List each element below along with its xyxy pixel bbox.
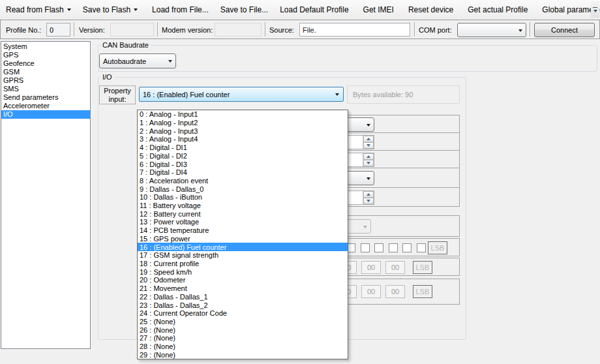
sidebar-item-geofence[interactable]: Geofence xyxy=(1,59,90,68)
menu-reset-device[interactable]: Reset device xyxy=(402,0,459,19)
bit-checkbox[interactable] xyxy=(374,243,383,252)
menu-read-from-flash[interactable]: Read from Flash xyxy=(0,0,77,19)
menu-load-from-file[interactable]: Load from File... xyxy=(146,0,215,19)
dropdown-option[interactable]: 27 : (None) xyxy=(138,334,348,342)
dropdown-option[interactable]: 29 : (None) xyxy=(138,350,348,359)
dropdown-option[interactable]: 24 : Current Operator Code xyxy=(138,309,348,318)
byte-field[interactable]: 00 xyxy=(385,261,405,274)
menu-save-to-flash[interactable]: Save to Flash xyxy=(77,0,143,19)
spinner-buttons xyxy=(363,136,374,149)
menu-load-from-file-label: Load from File... xyxy=(152,5,209,14)
chevron-down-icon xyxy=(165,59,175,63)
profile-no-label: Profile No.: xyxy=(6,26,41,34)
dropdown-option[interactable]: 19 : Speed km/h xyxy=(138,267,348,276)
section-list: System GPS Geofence GSM GPRS SMS Send pa… xyxy=(1,41,91,349)
bit-checkbox[interactable] xyxy=(361,243,370,252)
sidebar-item-io[interactable]: I/O xyxy=(1,110,90,119)
dropdown-option[interactable]: 28 : (None) xyxy=(138,342,348,351)
arrow-up-icon xyxy=(367,155,370,158)
dropdown-option[interactable]: 26 : (None) xyxy=(138,326,348,334)
dropdown-option[interactable]: 6 : Digital - DI3 xyxy=(138,160,348,168)
dropdown-option[interactable]: 5 : Digital - DI2 xyxy=(138,152,348,160)
property-input-combobox[interactable]: 16 : (Enabled) Fuel counter xyxy=(139,87,344,102)
com-port-label: COM port: xyxy=(419,26,452,34)
dropdown-option[interactable]: 8 : Acceleration event xyxy=(138,177,348,185)
dropdown-option[interactable]: 13 : Power voltage xyxy=(138,218,348,226)
dropdown-option[interactable]: 22 : Dallas - Dallas_1 xyxy=(138,292,348,301)
dropdown-option[interactable]: 2 : Analog - Input3 xyxy=(138,127,348,135)
sidebar-item-gps[interactable]: GPS xyxy=(1,51,90,59)
toolbar-overflow-button[interactable] xyxy=(591,1,599,18)
chevron-down-icon xyxy=(360,220,370,233)
dropdown-option[interactable]: 14 : PCB temperature xyxy=(138,226,348,235)
dropdown-option[interactable]: 12 : Battery current xyxy=(138,209,348,218)
com-port-combobox[interactable] xyxy=(457,23,526,37)
dropdown-option-selected[interactable]: 16 : (Enabled) Fuel counter xyxy=(138,243,348,251)
menu-get-imei[interactable]: Get IMEI xyxy=(357,0,400,19)
byte-field[interactable]: 00 xyxy=(361,285,381,298)
lsb-badge: LSB xyxy=(413,285,432,298)
dropdown-option[interactable]: 11 : Battery voltage xyxy=(138,202,348,210)
modem-version-label: Modem version: xyxy=(162,26,213,34)
chevron-down-icon xyxy=(134,8,138,11)
overflow-icon xyxy=(593,7,597,8)
byte-field[interactable]: 00 xyxy=(361,261,381,274)
menu-get-actual-profile[interactable]: Get actual Profile xyxy=(462,0,533,19)
spin-up-button[interactable] xyxy=(363,191,374,198)
sidebar-item-gprs[interactable]: GPRS xyxy=(1,76,90,85)
dropdown-option[interactable]: 18 : Current profile xyxy=(138,260,348,268)
dropdown-option[interactable]: 1 : Analog - Input2 xyxy=(138,119,348,127)
modem-version-field xyxy=(215,23,262,37)
dropdown-option[interactable]: 23 : Dallas - Dallas_2 xyxy=(138,301,348,309)
menu-save-to-file[interactable]: Save to File... xyxy=(215,0,274,19)
dropdown-option[interactable]: 20 : Odometer xyxy=(138,276,348,284)
spin-up-button[interactable] xyxy=(363,153,374,160)
bit-checkbox[interactable] xyxy=(389,243,398,252)
menu-load-default-profile-label: Load Default Profile xyxy=(280,5,348,14)
byte-field[interactable]: 00 xyxy=(385,285,405,298)
profile-no-field[interactable] xyxy=(46,23,70,37)
spinner-buttons xyxy=(363,191,374,204)
device-info-toolbar: Profile No.: Version: Modem version: Sou… xyxy=(0,20,600,39)
dropdown-option[interactable]: 21 : Movement xyxy=(138,284,348,293)
bit-checkbox[interactable] xyxy=(402,243,412,252)
source-label: Source: xyxy=(269,26,294,34)
dropdown-option[interactable]: 4 : Digital - DI1 xyxy=(138,144,348,152)
dropdown-option[interactable]: 15 : GPS power xyxy=(138,235,348,243)
sidebar-item-system[interactable]: System xyxy=(1,42,90,51)
arrow-down-icon xyxy=(367,162,370,164)
spin-down-button[interactable] xyxy=(363,142,374,149)
chevron-down-icon xyxy=(331,93,343,96)
chevron-down-icon xyxy=(67,8,71,11)
can-baudrate-group-label: CAN Baudrate xyxy=(100,41,151,49)
menu-load-default-profile[interactable]: Load Default Profile xyxy=(274,0,354,19)
arrow-up-icon xyxy=(367,138,370,140)
dropdown-option[interactable]: 3 : Analog - Input4 xyxy=(138,135,348,144)
source-field[interactable] xyxy=(299,23,410,37)
dropdown-option[interactable]: 10 : Dallas - iButton xyxy=(138,193,348,202)
spin-down-button[interactable] xyxy=(363,160,374,166)
sidebar-item-send-parameters[interactable]: Send parameters xyxy=(1,93,90,102)
toolbar-separator xyxy=(530,22,530,37)
can-baudrate-combobox[interactable]: Autobaudrate xyxy=(99,53,176,68)
dropdown-option[interactable]: 17 : GSM signal strength xyxy=(138,251,348,260)
configurator-window: Read from Flash Save to Flash Load from … xyxy=(0,0,600,364)
sidebar-item-sms[interactable]: SMS xyxy=(1,85,90,93)
bit-checkbox[interactable] xyxy=(417,243,426,252)
sidebar-item-accelerometer[interactable]: Accelerometer xyxy=(1,102,90,110)
menu-get-imei-label: Get IMEI xyxy=(363,5,394,14)
dropdown-option[interactable]: 9 : Dallas - Dallas_0 xyxy=(138,185,348,193)
main-toolbar: Read from Flash Save to Flash Load from … xyxy=(0,0,600,19)
dropdown-option[interactable]: 0 : Analog - Input1 xyxy=(138,110,348,119)
spin-up-button[interactable] xyxy=(363,136,374,142)
toolbar-separator xyxy=(157,22,158,37)
sidebar-item-gsm[interactable]: GSM xyxy=(1,68,90,76)
bytes-available-text: Bytes available: 90 xyxy=(353,91,413,99)
dropdown-option[interactable]: 7 : Digital - DI4 xyxy=(138,168,348,177)
chevron-down-icon xyxy=(363,172,374,185)
property-input-value: 16 : (Enabled) Fuel counter xyxy=(140,91,331,99)
dropdown-option[interactable]: 25 : (None) xyxy=(138,318,348,326)
connect-button[interactable]: Connect xyxy=(534,23,595,37)
version-field xyxy=(110,23,154,37)
spin-down-button[interactable] xyxy=(363,198,374,204)
